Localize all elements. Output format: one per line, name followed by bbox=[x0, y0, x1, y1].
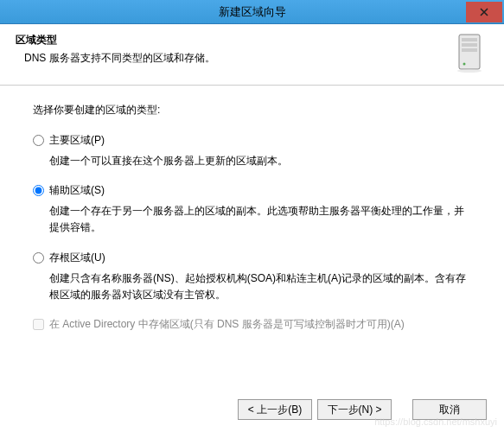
close-icon bbox=[480, 8, 488, 16]
header-subtitle: DNS 服务器支持不同类型的区域和存储。 bbox=[16, 51, 447, 66]
titlebar: 新建区域向导 bbox=[0, 0, 504, 24]
radio-group-secondary: 辅助区域(S) 创建一个存在于另一个服务器上的区域的副本。此选项帮助主服务器平衡… bbox=[33, 183, 471, 236]
wizard-header: 区域类型 DNS 服务器支持不同类型的区域和存储。 bbox=[0, 24, 504, 86]
radio-stub-zone[interactable]: 存根区域(U) bbox=[33, 251, 471, 265]
wizard-content: 选择你要创建的区域的类型: 主要区域(P) 创建一个可以直接在这个服务器上更新的… bbox=[0, 86, 504, 340]
radio-secondary-zone[interactable]: 辅助区域(S) bbox=[33, 183, 471, 198]
svg-rect-1 bbox=[462, 38, 477, 41]
radio-group-primary: 主要区域(P) 创建一个可以直接在这个服务器上更新的区域副本。 bbox=[33, 133, 471, 169]
window-title: 新建区域向导 bbox=[0, 4, 504, 20]
svg-rect-3 bbox=[462, 48, 477, 52]
radio-secondary-description: 创建一个存在于另一个服务器上的区域的副本。此选项帮助主服务器平衡处理的工作量，并… bbox=[49, 203, 471, 236]
svg-point-5 bbox=[457, 69, 482, 73]
radio-stub-input[interactable] bbox=[33, 252, 44, 264]
back-button[interactable]: < 上一步(B) bbox=[238, 399, 312, 420]
server-icon bbox=[456, 33, 488, 73]
radio-stub-label: 存根区域(U) bbox=[49, 251, 105, 265]
radio-group-stub: 存根区域(U) 创建只含有名称服务器(NS)、起始授权机构(SOA)和粘连主机(… bbox=[33, 251, 471, 303]
radio-primary-zone[interactable]: 主要区域(P) bbox=[33, 133, 471, 148]
header-title: 区域类型 bbox=[16, 33, 447, 48]
radio-secondary-input[interactable] bbox=[33, 185, 44, 196]
radio-primary-label: 主要区域(P) bbox=[49, 133, 105, 148]
header-text: 区域类型 DNS 服务器支持不同类型的区域和存储。 bbox=[16, 33, 447, 66]
ad-storage-checkbox bbox=[33, 319, 44, 330]
svg-rect-2 bbox=[462, 43, 477, 47]
prompt-text: 选择你要创建的区域的类型: bbox=[33, 103, 471, 118]
radio-primary-description: 创建一个可以直接在这个服务器上更新的区域副本。 bbox=[49, 153, 471, 169]
ad-storage-checkbox-row: 在 Active Directory 中存储区域(只有 DNS 服务器是可写域控… bbox=[33, 317, 471, 332]
radio-secondary-label: 辅助区域(S) bbox=[49, 183, 105, 198]
svg-point-4 bbox=[463, 63, 466, 66]
radio-stub-description: 创建只含有名称服务器(NS)、起始授权机构(SOA)和粘连主机(A)记录的区域的… bbox=[49, 270, 471, 303]
radio-primary-input[interactable] bbox=[33, 135, 44, 146]
watermark: https://blog.csdn.net/mshxuyi bbox=[374, 416, 497, 427]
ad-storage-label: 在 Active Directory 中存储区域(只有 DNS 服务器是可写域控… bbox=[49, 317, 405, 332]
close-button[interactable] bbox=[466, 2, 502, 22]
